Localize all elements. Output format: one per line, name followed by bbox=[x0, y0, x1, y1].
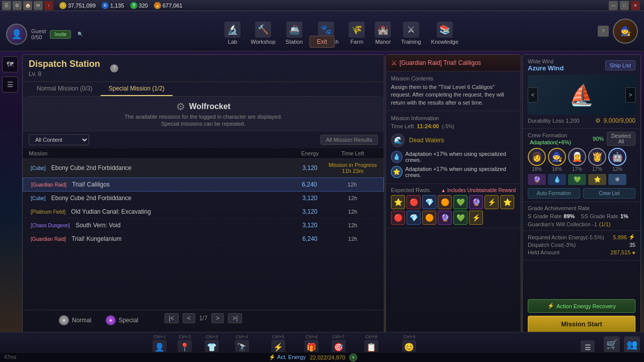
nav-knowledge[interactable]: 📚 Knowledge bbox=[427, 20, 462, 47]
crew-avatar-4: 👸 bbox=[588, 148, 606, 166]
s-grade-label: S Grade Rate bbox=[528, 213, 561, 219]
guestbook-shortcut: Ctrl+8 bbox=[365, 334, 377, 339]
nav-lab-label: Lab bbox=[228, 39, 237, 45]
mission-row-0[interactable]: [Cube] Ebony Cube 2nd Forbiddance 3,120 … bbox=[23, 159, 384, 177]
reward-4: 🟠 bbox=[438, 195, 452, 209]
add-energy-button[interactable]: + bbox=[349, 353, 357, 361]
mission-contents-section: Mission Contents Assign them to the "Tri… bbox=[386, 71, 521, 111]
normal-mode-button[interactable]: ✦ Normal bbox=[57, 313, 94, 327]
crew-skill-5: ❄ bbox=[608, 174, 626, 185]
mission-time-5: 12h bbox=[348, 236, 357, 242]
viewfar-shortcut: Ctrl+4 bbox=[235, 334, 248, 339]
maximize-icon[interactable]: □ bbox=[620, 1, 629, 10]
action-energy-value: 5,896 bbox=[613, 234, 627, 240]
all-results-button[interactable]: All Mission Results bbox=[320, 135, 378, 145]
reward-9: 🔴 bbox=[391, 211, 405, 225]
special-mode-button[interactable]: ✦ Special bbox=[104, 313, 140, 327]
wolfrocket-desc1: The available missions for the logged in… bbox=[124, 114, 282, 120]
energy-value: 22,022/24,970 bbox=[310, 354, 345, 360]
mission-row-4[interactable]: [Chaos Dungeon] South Vern: Void 3,120 1… bbox=[23, 219, 384, 232]
wolfrocket-name: Wolfrocket bbox=[189, 102, 230, 111]
mission-time-col-4: 12h bbox=[328, 222, 378, 228]
next-page-button[interactable]: > bbox=[211, 313, 224, 323]
durability-loss-label: Durability Loss 1,200 bbox=[528, 118, 580, 124]
ss-grade-value: 1% bbox=[620, 213, 628, 219]
dispatch-level: Lv. 8 bbox=[29, 70, 100, 77]
menu-icon[interactable]: ☰ bbox=[2, 1, 11, 10]
energy-icon: ⚡ bbox=[628, 234, 635, 240]
settings-icon[interactable]: ⚙ bbox=[13, 1, 22, 10]
first-page-button[interactable]: |< bbox=[165, 313, 179, 323]
location-row: 🌊 Dead Waters bbox=[391, 131, 516, 149]
special-resource: 🔥 677,061 bbox=[154, 2, 183, 9]
mail-icon[interactable]: ✉ bbox=[34, 1, 43, 10]
crew-skill-2: 💧 bbox=[548, 174, 566, 185]
nav-right: ? 🧙 bbox=[592, 19, 644, 44]
dispatch-title-col: Dispatch Station Lv. 8 bbox=[29, 59, 100, 77]
auto-formation-button[interactable]: Auto Formation bbox=[528, 188, 580, 199]
mission-tag-5: [Guardian Raid] bbox=[29, 236, 68, 242]
attraction-shortcut: Ctrl+7 bbox=[332, 334, 344, 339]
dispatch-title: Dispatch Station bbox=[29, 59, 100, 69]
ship-next-button[interactable]: > bbox=[625, 87, 635, 103]
crew-list-button[interactable]: Crew List bbox=[583, 188, 635, 199]
crew-avatar-2: 🧙 bbox=[548, 148, 566, 166]
mission-start-button[interactable]: Mission Start bbox=[528, 316, 635, 332]
wardrobe-shortcut: Ctrl+3 bbox=[206, 334, 218, 339]
mission-row-5[interactable]: [Guardian Raid] Trial! Kungelanium 6,240… bbox=[23, 232, 384, 246]
nav-training[interactable]: ⚔ Training bbox=[397, 20, 425, 47]
topbar-resources: G 37,751,099 B 1,135 🍃 320 🔥 677,061 bbox=[59, 2, 183, 9]
last-page-button[interactable]: >| bbox=[228, 313, 242, 323]
nav-workshop[interactable]: 🔨 Workshop bbox=[247, 20, 279, 47]
mission-table-header: Mission Energy Time Left bbox=[23, 148, 384, 159]
cost-section: Required Action Energy(-5.5%) 5,896 ⚡ Di… bbox=[523, 231, 640, 260]
left-sidebar: 🗺 ☰ bbox=[0, 51, 20, 303]
sidebar-map-icon[interactable]: 🗺 bbox=[2, 56, 18, 72]
exit-button[interactable]: Exit bbox=[309, 36, 335, 48]
reward-11: 🟠 bbox=[422, 211, 436, 225]
time-left-row: Time Left 11:24:00 (-5%) bbox=[391, 123, 516, 129]
lab-icon: 🔬 bbox=[224, 22, 240, 38]
mission-info-title: Mission Information bbox=[391, 115, 516, 121]
tab-special-mission[interactable]: Special Mission (1/2) bbox=[101, 82, 173, 96]
adaptation-text-2: Adaptation +17% when using specialized c… bbox=[406, 166, 516, 178]
rewards-warning: ▲ Includes Unobtainable Reward bbox=[441, 188, 516, 193]
ship-list-button[interactable]: Ship List bbox=[605, 60, 635, 70]
mission-row-3[interactable]: [Platinum Field] Old Yudian Canal: Excav… bbox=[23, 205, 384, 219]
mission-name-4: South Vern: Void bbox=[75, 222, 120, 229]
latency-display: 47ms bbox=[4, 354, 16, 360]
normal-mode-icon: ✦ bbox=[59, 315, 69, 325]
action-energy-label: Required Action Energy(-5.5%) bbox=[528, 234, 604, 240]
home-icon[interactable]: 🏠 bbox=[23, 1, 32, 10]
mission-row-2[interactable]: [Cube] Ebony Cube 2nd Forbiddance 3,120 … bbox=[23, 192, 384, 205]
help-icon[interactable]: ? bbox=[598, 26, 609, 37]
mission-row-1[interactable]: [Guardian Raid] Trial! Caliligos 6,240 1… bbox=[23, 177, 384, 192]
invite-button[interactable]: Invite bbox=[50, 30, 71, 39]
blue-resource: B 1,135 bbox=[102, 2, 124, 9]
crew-right-controls: 90% Deselect All bbox=[593, 132, 635, 146]
nav-manor[interactable]: 🏰 Manor bbox=[371, 20, 395, 47]
close-icon[interactable]: ✕ bbox=[631, 1, 640, 10]
mission-name-5: Trial! Kungelanium bbox=[71, 235, 122, 242]
minimize-icon[interactable]: — bbox=[609, 1, 618, 10]
sidebar-menu-icon[interactable]: ☰ bbox=[2, 76, 18, 93]
mission-tag-0: [Cube] bbox=[29, 165, 47, 171]
action-energy-value-col: 5,896 ⚡ bbox=[613, 234, 635, 240]
mission-energy-4: 3,120 bbox=[292, 222, 328, 229]
nav-station[interactable]: 🚢 Station bbox=[282, 20, 307, 47]
alert-icon[interactable]: ! bbox=[44, 1, 53, 10]
search-icon[interactable]: 🔍 bbox=[75, 29, 85, 39]
nav-farm[interactable]: 🌾 Farm bbox=[345, 20, 369, 47]
wolfrocket-title-row: ⚙ Wolfrocket bbox=[176, 101, 230, 113]
farm-icon: 🌾 bbox=[349, 22, 365, 38]
nav-lab[interactable]: 🔬 Lab bbox=[220, 20, 245, 47]
tab-normal-mission[interactable]: Normal Mission (0/3) bbox=[29, 82, 101, 96]
gold-icon-small: ● bbox=[632, 249, 635, 255]
prev-page-button[interactable]: < bbox=[183, 313, 195, 323]
dispatch-help-icon[interactable]: ? bbox=[110, 64, 118, 72]
content-filter-select[interactable]: All Content bbox=[29, 134, 89, 145]
ship-prev-button[interactable]: < bbox=[528, 87, 538, 103]
status-bar: 47ms ⚡ Act. Energy 22,022/24,970 + bbox=[0, 352, 644, 362]
action-energy-recovery-button[interactable]: ⚡ Action Energy Recovery bbox=[528, 299, 635, 313]
deselect-all-button[interactable]: Deselect All bbox=[607, 132, 635, 146]
